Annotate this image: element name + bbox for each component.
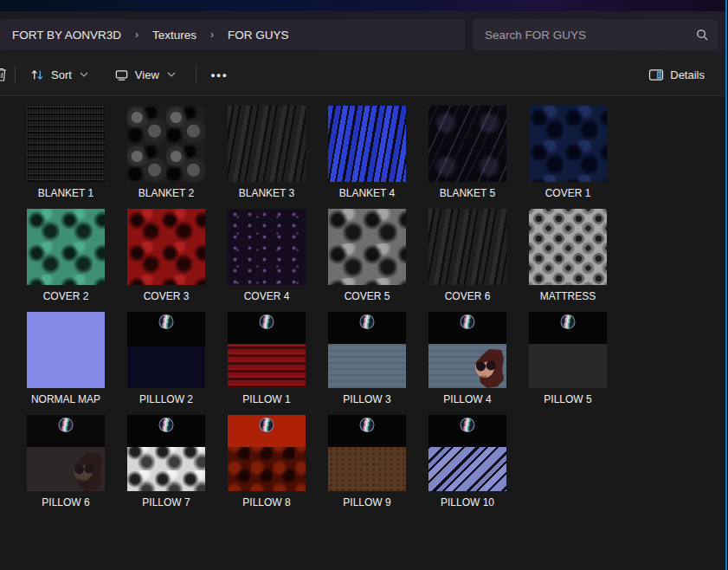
file-thumbnail xyxy=(328,415,406,491)
file-name: PILLOW 5 xyxy=(544,393,591,405)
avatar-badge-icon xyxy=(360,418,375,432)
file-thumbnail xyxy=(228,415,306,491)
file-tile[interactable]: COVER 6 xyxy=(417,209,518,312)
breadcrumb-item-for-guys[interactable]: FOR GUYS xyxy=(222,25,294,45)
avatar-badge-icon xyxy=(461,418,475,432)
file-tile[interactable]: MATTRESS xyxy=(518,209,618,312)
file-thumbnail xyxy=(127,312,205,388)
avatar-badge-icon xyxy=(260,314,274,329)
file-name: BLANKET 4 xyxy=(339,187,395,199)
file-name: COVER 1 xyxy=(545,187,591,199)
breadcrumb[interactable]: FORT BY AONVR3D › Textures › FOR GUYS xyxy=(0,19,465,50)
avatar-badge-icon xyxy=(159,314,174,329)
sort-button[interactable]: Sort xyxy=(23,62,96,87)
file-thumbnail xyxy=(529,312,607,388)
file-tile[interactable]: BLANKET 2 xyxy=(116,106,216,209)
file-tile[interactable]: BLANKET 5 xyxy=(417,106,518,209)
file-tile[interactable]: COVER 5 xyxy=(317,209,417,312)
details-label: Details xyxy=(670,68,705,81)
file-thumbnail xyxy=(127,209,205,285)
file-tile[interactable]: BLANKET 4 xyxy=(317,106,417,209)
delete-icon[interactable] xyxy=(0,67,8,82)
file-name: COVER 3 xyxy=(144,290,190,302)
file-name: NORMAL MAP xyxy=(31,393,100,405)
window-top-strip xyxy=(0,0,728,11)
file-thumbnail xyxy=(27,312,105,388)
file-thumbnail xyxy=(27,106,105,182)
file-thumbnail xyxy=(328,312,406,388)
breadcrumb-item-root[interactable]: FORT BY AONVR3D xyxy=(7,25,126,45)
breadcrumb-item-textures[interactable]: Textures xyxy=(147,25,202,45)
file-tile[interactable]: COVER 4 xyxy=(216,209,317,312)
file-tile[interactable]: PILLOW 9 xyxy=(317,415,417,518)
file-tile[interactable]: PILLOW 3 xyxy=(317,312,417,415)
anime-character-icon xyxy=(67,450,103,491)
file-name: COVER 4 xyxy=(244,290,290,302)
file-name: BLANKET 2 xyxy=(139,187,194,199)
window-accent-border xyxy=(725,0,728,570)
file-thumbnail xyxy=(428,209,506,285)
view-label: View xyxy=(135,68,159,81)
file-tile[interactable]: COVER 2 xyxy=(16,209,116,312)
file-thumbnail xyxy=(328,209,406,285)
details-pane-icon xyxy=(648,68,664,81)
toolbar-separator xyxy=(196,65,196,84)
file-tile[interactable]: BLANKET 1 xyxy=(16,106,116,209)
file-tile[interactable]: COVER 1 xyxy=(518,106,618,209)
search-box[interactable] xyxy=(473,19,718,50)
file-tile[interactable]: PILLOW 6 xyxy=(16,415,116,518)
file-thumbnail xyxy=(127,415,205,491)
file-name: BLANKET 3 xyxy=(239,187,294,199)
file-thumbnail xyxy=(428,106,506,182)
file-name: PILLLOW 2 xyxy=(139,393,193,405)
file-tile[interactable]: PILLOW 1 xyxy=(216,312,317,415)
file-thumbnail xyxy=(228,312,306,388)
file-thumbnail xyxy=(529,106,607,182)
command-toolbar: Sort View ••• Details xyxy=(0,54,728,96)
file-name: BLANKET 1 xyxy=(38,187,93,199)
file-thumbnail xyxy=(529,209,607,285)
details-pane-button[interactable]: Details xyxy=(641,62,712,87)
file-name: PILLOW 8 xyxy=(242,496,290,508)
search-icon xyxy=(696,29,709,42)
breadcrumb-chevron-icon[interactable]: › xyxy=(202,29,222,41)
search-input[interactable] xyxy=(485,29,696,42)
file-thumbnail xyxy=(228,209,306,285)
file-name: PILLOW 4 xyxy=(443,393,491,405)
file-tile[interactable]: PILLOW 4 xyxy=(417,312,518,415)
file-name: COVER 6 xyxy=(445,290,491,302)
file-name: PILLOW 9 xyxy=(343,496,390,508)
file-tile[interactable]: PILLOW 8 xyxy=(216,415,317,518)
toolbar-separator xyxy=(15,65,16,84)
file-name: MATTRESS xyxy=(540,290,596,302)
sort-icon xyxy=(30,68,45,81)
chevron-down-icon xyxy=(167,72,176,77)
file-name: PILLOW 7 xyxy=(142,496,190,508)
avatar-badge-icon xyxy=(59,418,74,432)
avatar-badge-icon xyxy=(159,418,174,432)
more-options-button[interactable]: ••• xyxy=(203,62,236,87)
file-tile[interactable]: COVER 3 xyxy=(116,209,216,312)
file-name: PILLOW 3 xyxy=(343,393,390,405)
file-thumbnail xyxy=(428,312,506,388)
file-thumbnail xyxy=(127,106,205,182)
file-tile[interactable]: BLANKET 3 xyxy=(216,106,317,209)
file-thumbnail xyxy=(328,106,406,182)
file-tile[interactable]: PILLOW 5 xyxy=(518,312,618,415)
file-tile[interactable]: NORMAL MAP xyxy=(16,312,116,415)
file-tile[interactable]: PILLLOW 2 xyxy=(116,312,216,415)
file-grid: BLANKET 1 BLANKET 2 BLANKET 3 BLANKET 4 … xyxy=(0,96,710,518)
file-name: PILLOW 10 xyxy=(441,496,494,508)
more-options-icon: ••• xyxy=(211,68,229,81)
avatar-badge-icon xyxy=(260,418,274,432)
avatar-badge-icon xyxy=(360,314,375,329)
file-tile[interactable]: PILLOW 7 xyxy=(116,415,216,518)
file-name: PILLOW 6 xyxy=(42,496,89,508)
breadcrumb-chevron-icon[interactable]: › xyxy=(126,29,147,41)
view-button[interactable]: View xyxy=(106,62,184,87)
view-icon xyxy=(114,68,129,81)
file-name: COVER 5 xyxy=(345,290,390,302)
file-name: COVER 2 xyxy=(43,290,89,302)
file-tile[interactable]: PILLOW 10 xyxy=(417,415,518,518)
avatar-badge-icon xyxy=(561,314,576,329)
